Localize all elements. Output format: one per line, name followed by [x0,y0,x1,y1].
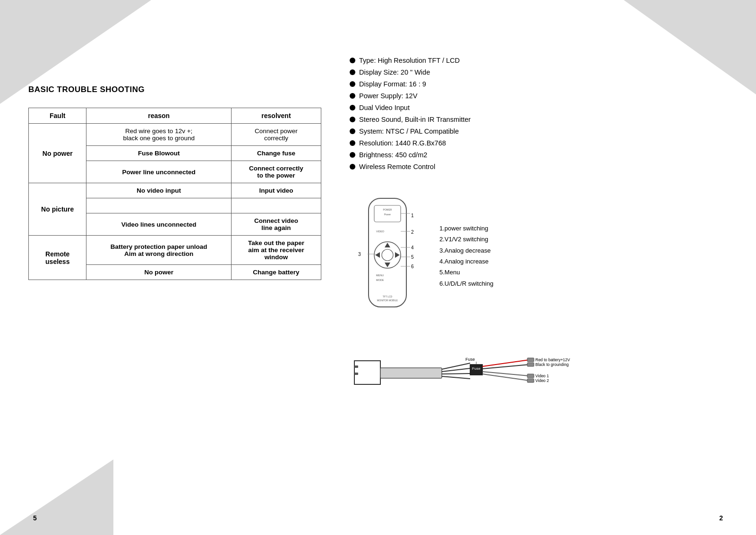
svg-text:6: 6 [411,264,414,269]
spec-item: Type: High Resolution TFT / LCD [350,57,728,64]
svg-text:VIDEO: VIDEO [376,230,385,233]
svg-text:Fuse: Fuse [465,357,475,362]
reason-battery-paper: Battery protection paper unloadAim at wr… [86,236,231,265]
remote-label-5: 5.Menu [439,267,493,278]
resolvent-fuse: Change fuse [231,146,321,161]
resolvent-video-lines: Connect videoline again [231,213,321,236]
spec-item: Power Supply: 12V [350,92,728,100]
svg-rect-45 [527,374,534,378]
svg-line-33 [442,374,470,374]
spec-item: System: NTSC / PAL Compatible [350,127,728,135]
resolvent-connect-correctly: Connect correctlyto the power [231,161,321,183]
bullet-icon [350,105,355,110]
col-resolvent: resolvent [231,108,321,124]
svg-text:Red to battery+12V: Red to battery+12V [535,357,570,362]
bullet-icon [350,117,355,122]
spec-item: Brightness: 450 cd/m2 [350,151,728,159]
resolvent-empty [231,198,321,213]
spec-item: Dual Video Input [350,104,728,111]
svg-text:POWER: POWER [383,208,392,211]
spec-text: Wireless Remote Control [359,163,435,170]
resolvent-connect-power: Connect powercorrectly [231,124,321,146]
svg-marker-11 [385,243,390,247]
table-row: No picture No video input Input video [29,183,321,198]
spec-text: Resolution: 1440 R.G.Bx768 [359,139,446,147]
svg-text:MONITOR MOBILE: MONITOR MOBILE [377,299,398,302]
svg-marker-12 [385,263,390,267]
spec-text: Display Size: 20 " Wide [359,68,430,76]
svg-marker-13 [375,252,380,258]
svg-text:2: 2 [411,229,414,235]
spec-text: Stereo Sound, Built-in IR Transmitter [359,116,471,123]
section-title: BASIC TROUBLE SHOOTING [28,85,321,94]
spec-text: Power Supply: 12V [359,92,417,100]
svg-text:MENU: MENU [376,274,384,277]
right-panel: Type: High Resolution TFT / LCD Display … [350,28,728,516]
reason-power-line: Power line unconnected [86,161,231,183]
bullet-icon [350,152,355,158]
remote-label-2: 2.V1/V2 switching [439,234,493,245]
page-number-right: 2 [719,514,723,522]
reason-no-video: No video input [86,183,231,198]
spec-item: Display Format: 16 : 9 [350,80,728,88]
reason-fuse: Fuse Blowout [86,146,231,161]
reason-empty [86,198,231,213]
fault-no-power: No power [29,124,86,183]
svg-rect-43 [527,358,534,362]
resolvent-change-battery: Change battery [231,265,321,280]
svg-text:Power: Power [384,213,391,216]
spec-item: Wireless Remote Control [350,163,728,170]
remote-label-4: 4.Analog increase [439,256,493,267]
reason-no-power-remote: No power [86,265,231,280]
svg-text:4: 4 [411,245,414,250]
bullet-icon [350,69,355,75]
svg-text:Fuse: Fuse [472,366,481,371]
spec-item: Resolution: 1440 R.G.Bx768 [350,139,728,147]
svg-text:Black to grounding: Black to grounding [535,362,569,367]
left-panel: BASIC TROUBLE SHOOTING Fault reason reso… [28,28,321,516]
bullet-icon [350,93,355,99]
fault-remote: Remoteuseless [29,236,86,280]
wiring-section: Fuse Fuse Red to battery+12V Black to gr… [350,342,728,399]
col-fault: Fault [29,108,86,124]
svg-rect-30 [380,368,442,378]
svg-text:Video 2: Video 2 [535,378,549,383]
bullet-icon [350,164,355,170]
resolvent-take-paper: Take out the paperaim at the receiverwin… [231,236,321,265]
bullet-icon [350,140,355,146]
spec-item: Display Size: 20 " Wide [350,68,728,76]
svg-text:Video 1: Video 1 [535,374,549,378]
specs-list: Type: High Resolution TFT / LCD Display … [350,57,728,175]
spec-text: Type: High Resolution TFT / LCD [359,57,460,64]
remote-label-1: 1.power switching [439,223,493,234]
svg-rect-29 [354,373,358,375]
wiring-svg: Fuse Fuse Red to battery+12V Black to gr… [350,342,576,399]
svg-rect-27 [354,361,380,384]
page-number-left: 5 [33,514,37,522]
spec-item: Stereo Sound, Built-in IR Transmitter [350,116,728,123]
svg-text:MODE: MODE [376,279,384,281]
table-row: Remoteuseless Battery protection paper u… [29,236,321,265]
resolvent-input-video: Input video [231,183,321,198]
reason-wire: Red wire goes to 12v +;black one goes to… [86,124,231,146]
spec-text: System: NTSC / PAL Compatible [359,127,459,135]
svg-text:1: 1 [411,213,414,218]
reason-video-lines: Video lines unconnected [86,213,231,236]
remote-label-3: 3.Analog decrease [439,245,493,256]
remote-label-6: 6.U/D/L/R switching [439,278,493,289]
svg-rect-46 [527,379,534,382]
bullet-icon [350,128,355,134]
svg-rect-28 [354,365,358,368]
svg-rect-44 [527,363,534,366]
col-reason: reason [86,108,231,124]
bullet-icon [350,81,355,87]
svg-text:3: 3 [358,252,361,257]
spec-text: Display Format: 16 : 9 [359,80,426,88]
fault-no-picture: No picture [29,183,86,236]
spec-text: Dual Video Input [359,104,410,111]
trouble-table: Fault reason resolvent No power Red wire… [28,108,321,280]
svg-text:TFT LCD: TFT LCD [383,295,393,298]
svg-point-10 [382,249,393,261]
table-row: No power Red wire goes to 12v +;black on… [29,124,321,146]
svg-text:5: 5 [411,255,414,260]
